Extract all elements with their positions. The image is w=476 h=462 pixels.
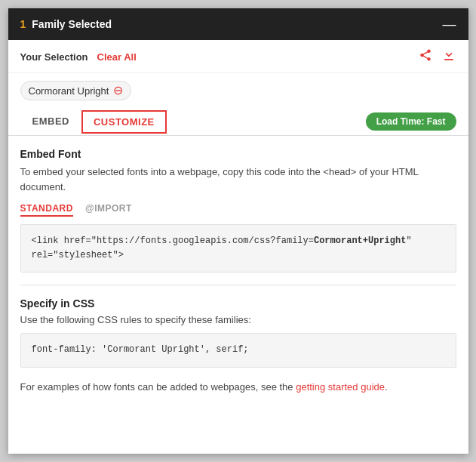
subtab-standard[interactable]: STANDARD: [20, 203, 73, 217]
embed-code-block[interactable]: <link href="https://fonts.googleapis.com…: [20, 224, 456, 273]
tab-customize[interactable]: CUSTOMIZE: [81, 110, 167, 134]
embed-code-highlight: Cormorant+Upright: [314, 236, 406, 246]
css-description: Use the following CSS rules to specify t…: [20, 314, 456, 325]
css-title: Specify in CSS: [20, 297, 456, 310]
tabs-bar: EMBED CUSTOMIZE Load Time: Fast: [8, 108, 468, 136]
clear-all-button[interactable]: Clear All: [97, 51, 137, 63]
embed-title: Embed Font: [20, 148, 456, 160]
minimize-button[interactable]: —: [443, 17, 456, 31]
subtab-import[interactable]: @IMPORT: [85, 203, 132, 217]
load-time-badge: Load Time: Fast: [366, 112, 456, 131]
selection-label: Your Selection: [20, 51, 88, 63]
embed-code-prefix: <link href="https://fonts.googleapis.com…: [32, 236, 314, 246]
chip-remove-button[interactable]: ⊖: [113, 85, 123, 97]
embed-sub-tabs: STANDARD @IMPORT: [20, 203, 456, 217]
footer-text: For examples of how fonts can be added t…: [20, 380, 456, 395]
embed-section: Embed Font To embed your selected fonts …: [20, 148, 456, 273]
panel-body: Your Selection Clear All: [8, 40, 468, 454]
header-title: Family Selected: [32, 18, 112, 30]
header-number: 1: [20, 18, 26, 30]
footer-text-after: .: [385, 381, 388, 393]
css-code-block[interactable]: font-family: 'Cormorant Upright', serif;: [20, 333, 456, 367]
font-chips: Cormorant Upright ⊖: [8, 73, 468, 108]
selection-bar: Your Selection Clear All: [8, 40, 468, 73]
footer-text-before: For examples of how fonts can be added t…: [20, 381, 296, 393]
font-chip-cormorant: Cormorant Upright ⊖: [20, 81, 132, 100]
getting-started-link[interactable]: getting started guide: [296, 381, 385, 393]
font-chip-label: Cormorant Upright: [29, 85, 109, 97]
section-divider: [20, 285, 456, 285]
css-section: Specify in CSS Use the following CSS rul…: [20, 297, 456, 394]
main-panel: 1 Family Selected — Your Selection Clear…: [8, 8, 468, 454]
download-icon[interactable]: [441, 48, 456, 66]
css-code-text: font-family: 'Cormorant Upright', serif;: [32, 344, 249, 355]
header-left: 1 Family Selected: [20, 18, 112, 30]
share-icon[interactable]: [419, 48, 432, 66]
tab-embed[interactable]: EMBED: [20, 108, 81, 136]
embed-description: To embed your selected fonts into a webp…: [20, 165, 456, 194]
selection-icons: [419, 48, 456, 66]
content-area: Embed Font To embed your selected fonts …: [8, 136, 468, 454]
panel-header: 1 Family Selected —: [8, 8, 468, 40]
